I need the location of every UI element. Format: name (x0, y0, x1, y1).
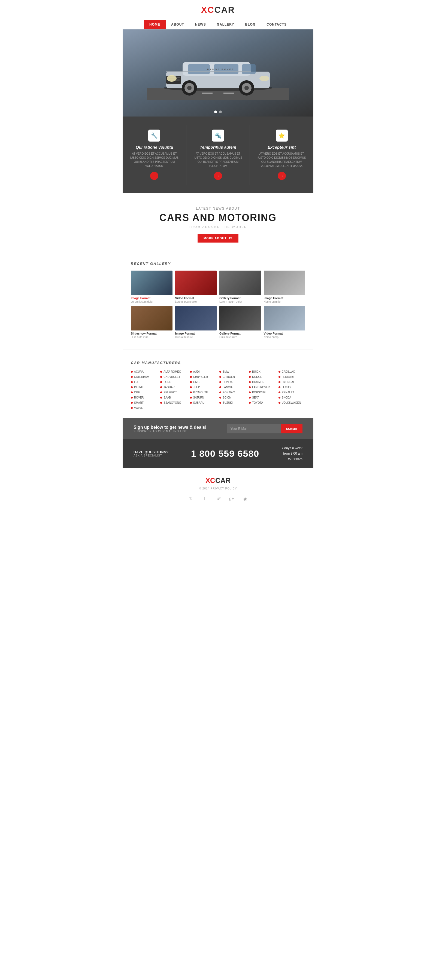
mfr-item-chevrolet[interactable]: CHEVROLET (160, 375, 187, 379)
more-about-btn[interactable]: MORE ABOUT US (198, 234, 238, 243)
facebook-icon[interactable]: f (200, 494, 209, 503)
gallery-item-6[interactable]: Gallery Format Duis aute irure (219, 306, 261, 339)
mfr-name-6: CATERHAM (134, 375, 149, 379)
mfr-item-lexus[interactable]: LEXUS (278, 385, 305, 389)
mfr-item-ford[interactable]: FORD (160, 380, 187, 384)
gallery-item-4[interactable]: Slideshow Format Duis aute irure (131, 306, 172, 339)
mfr-item-dodge[interactable]: DODGE (249, 375, 275, 379)
mfr-item-suzuki[interactable]: SUZUKI (219, 401, 246, 405)
logo[interactable]: XCCAR (123, 5, 313, 15)
contact-bar: HAVE QUESTIONS? ASK A SPECIALIST 1 800 5… (123, 439, 313, 468)
nav-item-blog[interactable]: BLOG (240, 20, 261, 29)
nav-link-news[interactable]: NEWS (190, 20, 211, 29)
mfr-dot-13 (160, 381, 162, 383)
mfr-item-land-rover[interactable]: LAND ROVER (249, 385, 275, 389)
gallery-item-7[interactable]: Video Format Nemo enmp (264, 306, 305, 339)
mfr-dot-18 (131, 386, 133, 388)
gallery-item-2[interactable]: Gallery Format Lorem ipsum dolor (219, 270, 261, 303)
mfr-item-ferrari[interactable]: FERRARI (278, 375, 305, 379)
nav-link-gallery[interactable]: GALLERY (211, 20, 240, 29)
mfr-item-jeep[interactable]: JEEP (190, 385, 217, 389)
mfr-item-porsche[interactable]: PORSCHE (249, 390, 275, 395)
gallery-item-3[interactable]: Image Format Nemo enim ip (264, 270, 305, 303)
mfr-item-audi[interactable]: AUDI (190, 370, 217, 374)
nav-link-contacts[interactable]: CONTACTS (261, 20, 292, 29)
mfr-item-infiniti[interactable]: INFINITI (131, 385, 158, 389)
nav-link-blog[interactable]: BLOG (240, 20, 261, 29)
mfr-item-scion[interactable]: SCION (219, 396, 246, 399)
footer-logo[interactable]: XCCAR (128, 476, 308, 485)
mfr-item-opel[interactable]: OPEL (131, 390, 158, 395)
gallery-desc-2: Lorem ipsum dolor (219, 300, 261, 303)
mfr-item-lancia[interactable]: LANCIA (219, 385, 246, 389)
nav-item-contacts[interactable]: CONTACTS (261, 20, 292, 29)
mfr-dot-1 (160, 371, 162, 373)
feature-btn-0[interactable]: → (150, 172, 158, 180)
mfr-item-toyota[interactable]: TOYOTA (249, 401, 275, 405)
mfr-name-18: INFINITI (134, 386, 144, 389)
gallery-item-1[interactable]: Video Format Lorem ipsum dolor (175, 270, 217, 303)
feature-title-2: Excepteur sint (256, 145, 307, 150)
hero-dot-2[interactable] (219, 111, 222, 113)
mfr-item-rover[interactable]: ROVER (131, 396, 158, 399)
newsletter-title: Sign up below to get news & deals! (134, 425, 206, 430)
mfr-item-smart[interactable]: SMART (131, 401, 158, 405)
nav-item-gallery[interactable]: GALLERY (211, 20, 240, 29)
mfr-item-volkswagen[interactable]: VOLKSWAGEN (278, 401, 305, 405)
mfr-item-hummer[interactable]: HUMMER (249, 380, 275, 384)
gallery-thumb-2 (219, 270, 261, 295)
mfr-item-fiat[interactable]: FIAT (131, 380, 158, 384)
mfr-item-peugeot[interactable]: PEUGEOT (160, 390, 187, 395)
nav-item-news[interactable]: NEWS (190, 20, 211, 29)
mfr-name-26: PLYMOUTH (193, 391, 208, 394)
mfr-item-honda[interactable]: HONDA (219, 380, 246, 384)
mfr-item-plymouth[interactable]: PLYMOUTH (190, 390, 217, 395)
hero-dot-1[interactable] (214, 111, 217, 113)
mfr-item-renault[interactable]: RENAULT (278, 390, 305, 395)
mfr-item-pontiac[interactable]: PONTIAC (219, 390, 246, 395)
mfr-item-subaru[interactable]: SUBARU (190, 401, 217, 405)
mfr-item-acura[interactable]: ACURA (131, 370, 158, 374)
mfr-name-35: SKODA (282, 396, 291, 399)
feature-btn-1[interactable]: → (214, 172, 222, 180)
mfr-item-saab[interactable]: SAAB (160, 396, 187, 399)
mfr-item-hyundai[interactable]: HYUNDAI (278, 380, 305, 384)
feature-btn-2[interactable]: → (278, 172, 286, 180)
gallery-item-0[interactable]: Image Format Lorem ipsum dolor (131, 270, 172, 303)
mfr-item-gmc[interactable]: GMC (190, 380, 217, 384)
twitter-icon[interactable]: 𝕏 (186, 494, 195, 503)
svg-point-13 (259, 76, 269, 81)
mfr-item-skoda[interactable]: SKODA (278, 396, 305, 399)
mfr-dot-6 (131, 376, 133, 378)
nav-link-about[interactable]: ABOUT (166, 20, 190, 29)
email-input[interactable] (227, 424, 281, 433)
pinterest-icon[interactable]: 𝒫 (214, 494, 222, 503)
mfr-item-volvo[interactable]: VOLVO (131, 406, 158, 410)
nav-link-home[interactable]: HOME (144, 20, 166, 29)
mfr-item-ssangyong[interactable]: SSANGYONG (160, 401, 187, 405)
mfr-item-citroen[interactable]: CITROEN (219, 375, 246, 379)
mfr-item-alfa-romeo[interactable]: ALFA ROMEO (160, 370, 187, 374)
mfr-item-chrysler[interactable]: CHRYSLER (190, 375, 217, 379)
mfr-item-caterham[interactable]: CATERHAM (131, 375, 158, 379)
gallery-title-1: Video Format (175, 296, 217, 300)
mfr-item-cadillac[interactable]: CADILLAC (278, 370, 305, 374)
mfr-dot-29 (278, 391, 280, 393)
google-plus-icon[interactable]: g+ (227, 494, 236, 503)
gallery-title-0: Image Format (131, 296, 172, 300)
github-icon[interactable]: ◉ (241, 494, 250, 503)
mfr-item-bmw[interactable]: BMW (219, 370, 246, 374)
mfr-item-buick[interactable]: BUICK (249, 370, 275, 374)
gallery-title-5: Image Format (175, 332, 217, 335)
nav-item-about[interactable]: ABOUT (166, 20, 190, 29)
mfr-item-jaguar[interactable]: JAGUAR (160, 385, 187, 389)
mfr-dot-23 (278, 386, 280, 388)
mfr-item-seat[interactable]: SEAT (249, 396, 275, 399)
gallery-item-5[interactable]: Image Format Duis aute irure (175, 306, 217, 339)
svg-rect-8 (242, 64, 256, 74)
phone-number[interactable]: 1 800 559 6580 (191, 449, 259, 459)
nav-item-home[interactable]: HOME (144, 20, 166, 29)
mfr-name-14: GMC (193, 380, 200, 383)
mfr-item-saturn[interactable]: SATURN (190, 396, 217, 399)
subscribe-button[interactable]: submit (281, 424, 302, 433)
